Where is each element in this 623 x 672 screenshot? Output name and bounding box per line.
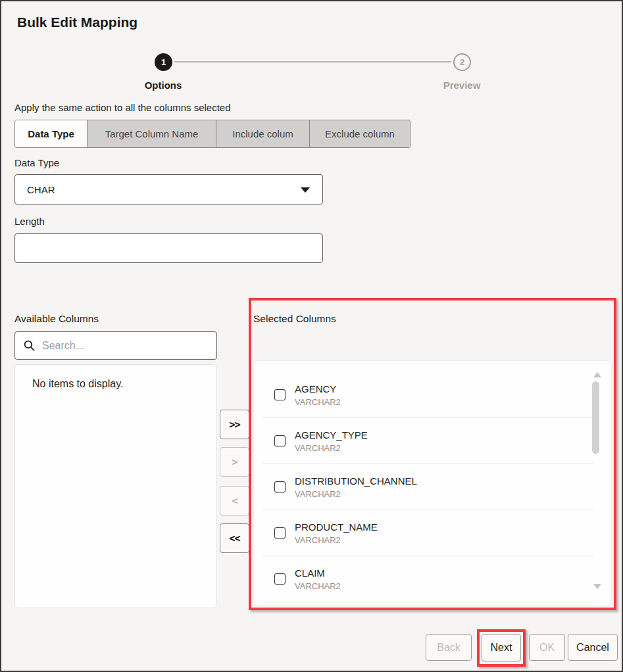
list-item[interactable]: AGENCY VARCHAR2 <box>262 372 594 418</box>
back-button[interactable]: Back <box>426 634 472 661</box>
column-text: PRODUCT_NAME VARCHAR2 <box>295 521 378 545</box>
data-type-value: CHAR <box>27 184 55 195</box>
chevron-down-icon <box>301 187 310 193</box>
list-item[interactable]: AGENCY_TYPE VARCHAR2 <box>262 418 594 464</box>
column-checkbox[interactable] <box>274 389 286 400</box>
column-text: AGENCY_TYPE VARCHAR2 <box>295 429 368 453</box>
column-checkbox[interactable] <box>274 435 286 446</box>
segment-target-column-name[interactable]: Target Column Name <box>87 120 216 147</box>
segment-exclude-column[interactable]: Exclude column <box>310 120 410 147</box>
selected-columns-title: Selected Columns <box>253 313 336 325</box>
selected-columns-panel: AGENCY VARCHAR2 AGENCY_TYPE VARCHAR2 DIS… <box>253 360 612 606</box>
column-type: VARCHAR2 <box>295 397 341 407</box>
bulk-edit-mapping-dialog: Bulk Edit Mapping 1 2 Options Preview Ap… <box>0 0 623 672</box>
empty-message: No items to display. <box>32 378 123 390</box>
column-name: PRODUCT_NAME <box>295 521 378 533</box>
step-2-circle: 2 <box>453 53 471 71</box>
move-right-button[interactable]: > <box>220 447 249 477</box>
column-text: CLAIM VARCHAR2 <box>295 567 341 591</box>
list-item[interactable]: PRODUCT_NAME VARCHAR2 <box>262 510 594 556</box>
column-checkbox[interactable] <box>274 481 286 492</box>
column-text: AGENCY VARCHAR2 <box>295 383 341 407</box>
move-all-left-button[interactable]: << <box>220 523 249 553</box>
column-name: CLAIM <box>295 567 341 579</box>
column-type: VARCHAR2 <box>295 581 341 591</box>
column-type: VARCHAR2 <box>295 489 417 499</box>
scrollbar-thumb[interactable] <box>592 381 599 454</box>
column-text: DISTRIBUTION_CHANNEL VARCHAR2 <box>295 475 417 499</box>
page-title: Bulk Edit Mapping <box>17 14 137 30</box>
available-columns-panel: No items to display. <box>14 364 217 608</box>
search-input[interactable] <box>42 340 209 352</box>
step-1-circle: 1 <box>155 53 172 71</box>
column-type: VARCHAR2 <box>295 535 378 545</box>
length-input[interactable] <box>14 233 323 263</box>
cancel-button[interactable]: Cancel <box>568 634 618 661</box>
list-item[interactable]: DISTRIBUTION_CHANNEL VARCHAR2 <box>262 464 594 510</box>
segment-include-column[interactable]: Include colum <box>216 120 310 147</box>
search-icon <box>23 339 36 352</box>
scroll-down-icon[interactable] <box>593 584 601 589</box>
ok-button[interactable]: OK <box>529 634 565 661</box>
segment-data-type[interactable]: Data Type <box>15 120 87 147</box>
scroll-up-icon[interactable] <box>593 372 601 377</box>
column-name: AGENCY <box>295 383 341 395</box>
column-checkbox[interactable] <box>274 573 286 585</box>
column-checkbox[interactable] <box>274 527 286 539</box>
instruction-text: Apply the same action to all the columns… <box>14 102 231 113</box>
list-item[interactable]: CLAIM VARCHAR2 <box>262 556 594 602</box>
data-type-label: Data Type <box>14 157 59 168</box>
step-1-label: Options <box>117 80 209 91</box>
search-box <box>14 331 217 360</box>
column-name: AGENCY_TYPE <box>295 429 368 441</box>
step-2-label: Preview <box>416 80 508 91</box>
column-name: DISTRIBUTION_CHANNEL <box>295 475 417 487</box>
move-all-right-button[interactable]: >> <box>220 410 249 439</box>
data-type-select[interactable]: CHAR <box>14 174 323 204</box>
action-segment-group: Data Type Target Column Name Include col… <box>14 120 411 148</box>
move-left-button[interactable]: < <box>220 486 249 516</box>
stepper-connector <box>174 61 451 62</box>
column-type: VARCHAR2 <box>295 443 368 453</box>
length-label: Length <box>14 216 45 227</box>
next-button[interactable]: Next <box>482 634 521 661</box>
available-columns-title: Available Columns <box>14 313 99 325</box>
